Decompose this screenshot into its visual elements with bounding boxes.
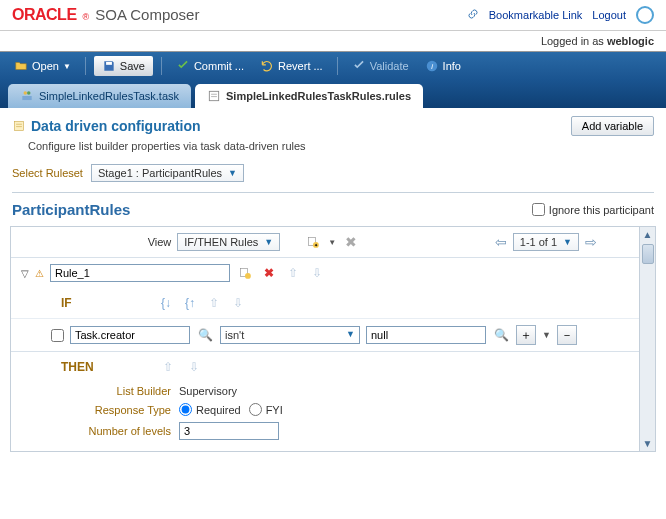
rules-panel: View IF/THEN Rules ▼ ✦ ▼ ✖ ⇦ 1-1 of 1 ▼ … — [10, 226, 656, 452]
tab-task-label: SimpleLinkedRulesTask.task — [39, 90, 179, 102]
logout-link[interactable]: Logout — [592, 9, 626, 21]
move-up-button[interactable]: ⇧ — [284, 265, 302, 281]
tab-task[interactable]: SimpleLinkedRulesTask.task — [8, 84, 191, 108]
remove-cond-button[interactable]: － — [557, 325, 577, 345]
page-value: 1-1 of 1 — [520, 236, 557, 248]
scrollbar[interactable]: ▲ ▼ — [639, 227, 655, 451]
required-label: Required — [196, 404, 241, 416]
rule-name-input[interactable] — [50, 264, 230, 282]
warning-icon[interactable]: ⚠ — [35, 268, 44, 279]
select-ruleset-dropdown[interactable]: Stage1 : ParticipantRules ▼ — [91, 164, 244, 182]
if-label: IF — [31, 292, 151, 314]
then-down-button[interactable]: ⇩ — [185, 359, 203, 375]
select-ruleset-label: Select Ruleset — [12, 167, 83, 179]
if-down-button[interactable]: ⇩ — [229, 295, 247, 311]
oracle-o-icon[interactable] — [636, 6, 654, 24]
then-up-button[interactable]: ⇧ — [159, 359, 177, 375]
toolbar-sep — [337, 57, 338, 75]
levels-row: Number of levels — [11, 419, 655, 443]
cond-op-dropdown[interactable]: isn't ▼ — [220, 326, 360, 344]
levels-input[interactable] — [179, 422, 279, 440]
response-type-label: Response Type — [71, 404, 171, 416]
select-ruleset-value: Stage1 : ParticipantRules — [98, 167, 222, 179]
search-field-icon[interactable]: 🔍 — [196, 327, 214, 343]
list-builder-value: Supervisory — [179, 385, 237, 397]
link-icon — [467, 8, 479, 22]
view-value: IF/THEN Rules — [184, 236, 258, 248]
top-links: Bookmarkable Link Logout — [467, 6, 654, 24]
radio-required[interactable] — [179, 403, 192, 416]
chevron-down-icon: ▼ — [264, 237, 273, 247]
scroll-thumb[interactable] — [642, 244, 654, 264]
add-cond-button[interactable]: ＋ — [516, 325, 536, 345]
rules-title: ParticipantRules — [12, 201, 130, 218]
commit-button[interactable]: Commit ... — [170, 56, 250, 76]
logged-in-user: weblogic — [607, 35, 654, 47]
new-rule-button[interactable]: ✦ — [304, 234, 322, 250]
section-desc: Configure list builder properties via ta… — [0, 140, 666, 160]
view-label: View — [148, 236, 172, 248]
revert-button[interactable]: Revert ... — [254, 56, 329, 76]
svg-rect-0 — [106, 62, 112, 65]
levels-label: Number of levels — [71, 425, 171, 437]
info-label: Info — [443, 60, 461, 72]
view-dropdown[interactable]: IF/THEN Rules ▼ — [177, 233, 280, 251]
save-button[interactable]: Save — [94, 56, 153, 76]
bookmark-link[interactable]: Bookmarkable Link — [489, 9, 583, 21]
page-dropdown[interactable]: 1-1 of 1 ▼ — [513, 233, 579, 251]
cond-field-input[interactable] — [70, 326, 190, 344]
section-header: Data driven configuration Add variable — [0, 108, 666, 140]
ignore-participant[interactable]: Ignore this participant — [532, 203, 654, 216]
scroll-up-icon[interactable]: ▲ — [641, 227, 655, 242]
cond-checkbox[interactable] — [51, 329, 64, 342]
svg-point-4 — [27, 91, 31, 95]
open-label: Open — [32, 60, 59, 72]
response-required-radio[interactable]: Required — [179, 403, 241, 416]
new-cond-button[interactable] — [236, 265, 254, 281]
toolbar-sep — [161, 57, 162, 75]
svg-text:✦: ✦ — [314, 243, 318, 248]
condition-row: 🔍 isn't ▼ 🔍 ＋ ▼ － — [11, 318, 655, 352]
add-pattern-button[interactable]: {↓ — [157, 295, 175, 311]
search-val-icon[interactable]: 🔍 — [492, 327, 510, 343]
info-button[interactable]: i Info — [419, 56, 467, 76]
rules-toolbar: View IF/THEN Rules ▼ ✦ ▼ ✖ ⇦ 1-1 of 1 ▼ … — [11, 227, 655, 258]
app-header: ORACLE® SOA Composer Bookmarkable Link L… — [0, 0, 666, 31]
rule-row: ▽ ⚠ ✖ ⇧ ⇩ — [11, 258, 655, 288]
login-status: Logged in as weblogic — [0, 31, 666, 52]
then-header: THEN ⇧ ⇩ — [11, 352, 655, 382]
chevron-down-icon[interactable]: ▼ — [328, 238, 336, 247]
ignore-checkbox[interactable] — [532, 203, 545, 216]
validate-button[interactable]: Validate — [346, 56, 415, 76]
select-ruleset-row: Select Ruleset Stage1 : ParticipantRules… — [0, 160, 666, 186]
section-title-text: Data driven configuration — [31, 118, 201, 134]
svg-rect-9 — [14, 121, 23, 130]
add-test-button[interactable]: {↑ — [181, 295, 199, 311]
ignore-label: Ignore this participant — [549, 204, 654, 216]
if-up-button[interactable]: ⇧ — [205, 295, 223, 311]
rules-header: ParticipantRules Ignore this participant — [0, 193, 666, 222]
page-prev-icon[interactable]: ⇦ — [493, 234, 509, 250]
svg-rect-6 — [209, 91, 218, 100]
cond-val-input[interactable] — [366, 326, 486, 344]
svg-rect-5 — [22, 96, 31, 100]
validate-label: Validate — [370, 60, 409, 72]
brand: ORACLE® SOA Composer — [12, 6, 199, 24]
move-down-button[interactable]: ⇩ — [308, 265, 326, 281]
response-fyi-radio[interactable]: FYI — [249, 403, 283, 416]
delete-cond-button[interactable]: ✖ — [260, 265, 278, 281]
delete-rule-button[interactable]: ✖ — [342, 234, 360, 250]
fyi-label: FYI — [266, 404, 283, 416]
add-variable-button[interactable]: Add variable — [571, 116, 654, 136]
toolbar-sep — [85, 57, 86, 75]
commit-label: Commit ... — [194, 60, 244, 72]
chevron-down-icon: ▼ — [228, 168, 237, 178]
chevron-down-icon[interactable]: ▼ — [542, 330, 551, 340]
radio-fyi[interactable] — [249, 403, 262, 416]
tab-rules[interactable]: SimpleLinkedRulesTaskRules.rules — [195, 84, 423, 108]
collapse-icon[interactable]: ▽ — [21, 268, 29, 279]
page-next-icon[interactable]: ⇨ — [583, 234, 599, 250]
open-button[interactable]: Open ▼ — [8, 56, 77, 76]
scroll-down-icon[interactable]: ▼ — [641, 436, 655, 451]
section-title: Data driven configuration — [12, 118, 201, 134]
